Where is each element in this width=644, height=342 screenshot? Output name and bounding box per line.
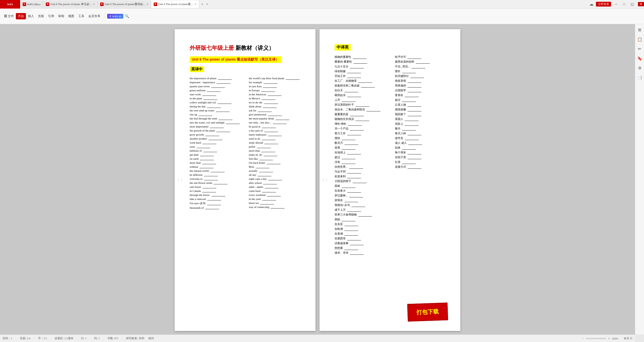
vocab-right-31: black tea [249,201,303,205]
drag-handle-2[interactable]: ⋮⋮ [321,178,329,182]
vocab-left-5: in the plant [190,96,244,100]
vocab-left-0: the importance of plants [190,76,244,80]
vocab-right-2: in east Asia [249,84,303,88]
vocab-left-20: on earth [190,157,244,161]
sidebar-icon-6[interactable]: 📑 [637,74,643,80]
menu-home[interactable]: 开始 [16,13,26,19]
wps-ai-label: WPS AI [112,15,121,18]
zoom-slider[interactable] [586,338,606,339]
wps-ai-button[interactable]: ✦ WPS AI [107,14,123,19]
cn-right-10: 让某人做 [395,102,448,107]
cn-right-23: 连接方式 [395,164,448,169]
vocab-left-30: take a raincoat [190,197,244,201]
page1-unit-title: Unit 6 The power of plants 重点短语默写（英汉互译） [190,56,281,63]
menu-page[interactable]: 页面 [36,13,46,19]
cn-left-15: 另一个产品 [335,126,387,131]
cn-left-22: 没有 [335,160,387,164]
page1-section-label-box: 英译中 [190,66,303,76]
vocab-left-11: mix the water, co2 and sunlight [190,120,244,124]
cn-left-11: 混合水、二氧化碳和阳光 [335,107,387,112]
sidebar-icon-5[interactable]: ⚙ [637,65,643,71]
menu-ref[interactable]: 引用 [46,13,56,19]
vocab-right-5: in Mexico [249,96,303,100]
cn-right-13: 英国人 [395,117,448,121]
cn-left-19: 变黑 [335,145,387,150]
tab-doc1[interactable]: W Unit 6 The power of plants 单元必... ✕ [43,1,98,8]
close-button[interactable]: ✕ [638,2,644,6]
menu-vip[interactable]: 会员专享 [86,13,102,19]
sidebar-icon-2[interactable]: 📋 [637,36,643,42]
main-content-area: ⋮⋮ 外研版七年级上册 新教材（讲义） Unit 6 The power of … [0,24,635,334]
cn-right-11: 感觉就像 [395,107,448,112]
status-margin: 设置距: 2.5厘米 [55,336,73,340]
vocab-right-12: be good at [249,124,303,129]
menu-review[interactable]: 审阅 [56,13,66,19]
vocab-left-21: more than [190,161,244,165]
cn-left-24: 与众不同 [335,169,387,174]
sidebar-icon-3[interactable]: ✏ [637,46,643,52]
menu-insert[interactable]: 插入 [26,13,36,19]
maximize-button[interactable]: ◱ [629,2,635,6]
register-button[interactable]: 立即登录 [596,2,611,7]
vocab-left-17: soon [190,145,244,149]
vocab-col-left: the importance of plants important - imp… [190,76,244,210]
vocab-left-19: get dark [190,153,244,157]
cn-left-9: 上升 [335,98,387,102]
cn-left-35: 在东亚 [335,222,387,227]
cloud-icon[interactable]: ☁ [589,2,593,7]
zoom-in-button[interactable]: ＋ [608,336,610,340]
cn-col-right: 给予许可 最受欢迎的饮料 不仅...而且... 擅长 的关键部分 很多茶馆 用来… [395,55,448,255]
menu-file[interactable]: ☰ 文件 [2,13,16,19]
cn-right-3: 擅长 [395,69,448,74]
tab-more[interactable]: ▾ [206,3,209,6]
menu-tools[interactable]: 工具 [76,13,86,19]
vocab-left-24: be different [190,173,244,177]
topbar-right-area: ☁ 立即登录 ─ □ ◱ ✕ [589,2,644,7]
tab-doc3[interactable]: W Unit 6 The power of plants重... ✕ [151,1,199,8]
vocab-left-10: the leaf through the stem [190,116,244,120]
cn-left-37: 在美洲 [335,231,387,236]
cn-right-6: 用来做的 [395,83,448,88]
cn-right-4: 的关键部分 [395,74,448,78]
ribbon-search-button[interactable]: 🔍 [125,14,129,18]
wps-tab-icon: W [23,3,26,6]
promo-download-box[interactable]: 打包下载 [407,303,448,322]
vocab-right-0: the world's top three food plants [249,76,303,80]
tab-add-button[interactable]: + [199,2,206,7]
view-icons[interactable]: ⊞ ☰ ☷ [624,337,633,340]
cn-left-41: 请求、寻求 [335,250,387,255]
restore-button[interactable]: □ [622,2,627,6]
vocab-left-32: thousands of [190,206,244,210]
vocab-right-11: not only... but also... [249,120,303,124]
cn-right-0: 给予许可 [395,55,448,59]
vocab-right-20: feel like [249,157,303,161]
promo-text: 打包下载 [417,308,439,316]
sidebar-icon-1[interactable]: ⊞ [637,27,643,33]
cn-left-12: 最重要的是 [335,112,387,117]
drag-handle-1[interactable]: ⋮⋮ [177,178,184,182]
cn-left-14: 增长/增长 [335,121,387,126]
vocab-left-16: work hard [190,141,244,145]
cn-right-8: 更喜欢 [395,93,448,98]
tab1-close[interactable]: ✕ [93,3,95,6]
sidebar-icon-4[interactable]: 🔖 [637,55,643,61]
tab2-close[interactable]: ✕ [146,3,148,6]
cn-col-left: 植物的重要性 重要的·重要性 七点十五分 绿色制服 开始工作 在工厂、在植物里 … [335,55,387,255]
menu-view[interactable]: 视图 [66,13,76,19]
page1-section-en: 英译中 [190,66,204,72]
cn-right-9: 超过 [395,98,448,102]
vocab-left-15: another product [190,137,244,141]
tab-wps-home[interactable]: W WPS Office [20,1,43,8]
minimize-button[interactable]: ─ [614,2,619,6]
cn-right-2: 不仅...而且... [395,64,448,69]
page1-header: 外研版七年级上册 新教材（讲义） [190,44,303,52]
tab-doc2[interactable]: W Unit 6 The power of plants重词必... ✕ [98,1,151,8]
tab3-close[interactable]: ✕ [194,3,196,6]
zoom-out-button[interactable]: － [582,336,584,340]
cn-left-40: 想想看 [335,246,387,250]
vocab-right-8: ask for [249,108,303,112]
document-page-1: ⋮⋮ 外研版七年级上册 新教材（讲义） Unit 6 The power of … [175,29,315,331]
cn-left-5: 在工厂、在植物里 [335,78,387,83]
tab-bar: W WPS Office W Unit 6 The power of plant… [20,1,589,8]
cn-left-0: 植物的重要性 [335,55,387,59]
